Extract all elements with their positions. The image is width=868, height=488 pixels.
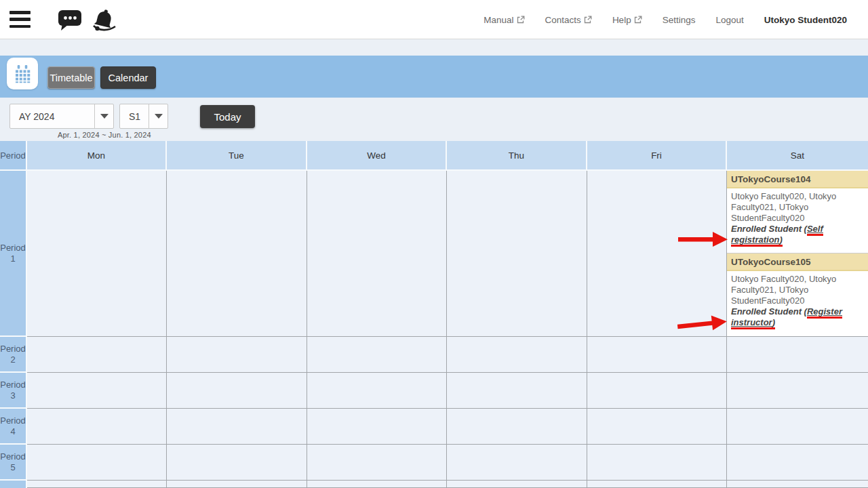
nav-link-label: Help: [612, 15, 631, 25]
filter-bar: AY 2024 S1 Today Apr. 1, 2024 ~ Jun. 1, …: [0, 98, 868, 141]
period-label-3: Period 3: [0, 373, 27, 409]
timetable-cell: [447, 481, 587, 488]
timetable-cell: [727, 481, 868, 488]
period-label-2: Period 2: [0, 337, 27, 373]
nav-link-label: Settings: [663, 15, 696, 25]
timetable-cell: [727, 445, 868, 481]
timetable-cell: [447, 373, 587, 409]
period-column-header: Period: [0, 141, 27, 171]
nav-link-label: Logout: [715, 15, 743, 25]
academic-year-value: AY 2024: [10, 104, 54, 128]
chevron-down-icon: [94, 104, 113, 128]
today-button[interactable]: Today: [200, 105, 255, 128]
timetable-cell: [307, 481, 447, 488]
course-instructors: Utokyo Faculty020, Utokyo Faculty021, UT…: [731, 191, 836, 223]
timetable-cell: [307, 373, 447, 409]
course-title: UTokyoCourse104: [727, 171, 868, 188]
calendar-icon: [7, 58, 38, 89]
day-header-wed: Wed: [307, 141, 447, 171]
timetable-cell: [727, 337, 868, 373]
timetable-cell: [307, 409, 447, 445]
day-header-thu: Thu: [447, 141, 587, 171]
timetable-cell-sat-period1: UTokyoCourse104 Utokyo Faculty020, Utoky…: [727, 171, 868, 337]
bell-icon[interactable]: [90, 7, 118, 36]
term-select[interactable]: S1: [119, 104, 168, 129]
day-header-sat: Sat: [727, 141, 868, 171]
external-link-icon: [634, 16, 642, 24]
course-card: UTokyoCourse105 Utokyo Faculty020, Utoky…: [727, 253, 868, 336]
annotation-arrow-self-registration: [677, 231, 728, 247]
view-toolbar: Timetable Calendar: [0, 56, 868, 98]
timetable-cell: [587, 481, 727, 488]
enrollment-suffix: ): [780, 235, 783, 245]
timetable-cell: [167, 481, 307, 488]
chat-icon[interactable]: [57, 7, 84, 35]
timetable-cell: [167, 409, 307, 445]
timetable-cell: [167, 445, 307, 481]
timetable-cell: [307, 337, 447, 373]
course-card-body: Utokyo Faculty020, Utokyo Faculty021, UT…: [727, 271, 868, 336]
day-header-fri: Fri: [587, 141, 727, 171]
timetable-cell: [167, 171, 307, 337]
period-label-1: Period 1: [0, 171, 27, 337]
timetable-cell: [587, 445, 727, 481]
timetable-cell: [587, 337, 727, 373]
timetable-cell: [27, 171, 167, 337]
timetable-cell: [447, 337, 587, 373]
enrollment-suffix: ): [772, 317, 775, 327]
timetable-cell: [307, 171, 447, 337]
top-navbar: Manual Contacts Help Settings Logout: [0, 0, 868, 39]
timetable-cell: [587, 409, 727, 445]
timetable-cell: [27, 373, 167, 409]
course-card: UTokyoCourse104 Utokyo Faculty020, Utoky…: [727, 171, 868, 253]
timetable-cell: [587, 171, 727, 337]
chevron-down-icon: [149, 104, 167, 128]
current-username: Utokyo Student020: [764, 15, 847, 25]
term-value: S1: [120, 104, 140, 128]
nav-link-contacts[interactable]: Contacts: [545, 15, 592, 25]
day-header-tue: Tue: [167, 141, 307, 171]
timetable-cell: [727, 409, 868, 445]
timetable-cell: [447, 171, 587, 337]
external-link-icon: [584, 16, 592, 24]
nav-link-manual[interactable]: Manual: [484, 15, 524, 25]
course-title: UTokyoCourse105: [727, 253, 868, 271]
timetable-cell: [447, 409, 587, 445]
day-header-mon: Mon: [27, 141, 167, 171]
nav-link-label: Manual: [484, 15, 513, 25]
hamburger-menu-icon[interactable]: [9, 11, 31, 28]
timetable-cell: [27, 445, 167, 481]
timetable-cell: [27, 481, 167, 488]
navbar-links: Manual Contacts Help Settings Logout: [484, 0, 868, 39]
timetable-tab-button[interactable]: Timetable: [47, 66, 95, 89]
course-card-body: Utokyo Faculty020, Utokyo Faculty021, UT…: [727, 188, 868, 253]
period-label-5: Period 5: [0, 445, 27, 481]
enrollment-prefix: Enrolled Student (: [731, 306, 807, 317]
timetable-cell: [167, 337, 307, 373]
calendar-tab-button[interactable]: Calendar: [100, 66, 156, 89]
external-link-icon: [517, 16, 525, 24]
timetable-cell: [727, 373, 868, 409]
enrollment-status: Enrolled Student (Self registration): [731, 224, 864, 245]
timetable-cell: [587, 373, 727, 409]
nav-link-help[interactable]: Help: [612, 15, 642, 25]
enrollment-status: Enrolled Student (Register instructor): [731, 306, 864, 328]
timetable-cell: [167, 373, 307, 409]
period-label-partial: [0, 481, 27, 488]
course-instructors: Utokyo Faculty020, Utokyo Faculty021, UT…: [731, 274, 836, 306]
nav-link-label: Contacts: [545, 15, 581, 25]
enrollment-prefix: Enrolled Student (: [731, 224, 807, 234]
nav-link-logout[interactable]: Logout: [715, 15, 743, 25]
timetable-cell: [307, 445, 447, 481]
period-label-4: Period 4: [0, 409, 27, 445]
timetable-cell: [447, 445, 587, 481]
timetable-cell: [27, 337, 167, 373]
nav-link-settings[interactable]: Settings: [663, 15, 696, 25]
date-range-label: Apr. 1, 2024 ~ Jun. 1, 2024: [58, 131, 151, 139]
timetable-grid: Period Mon Tue Wed Thu Fri Sat Period 1 …: [0, 141, 868, 488]
academic-year-select[interactable]: AY 2024: [9, 104, 114, 129]
timetable-cell: [27, 409, 167, 445]
